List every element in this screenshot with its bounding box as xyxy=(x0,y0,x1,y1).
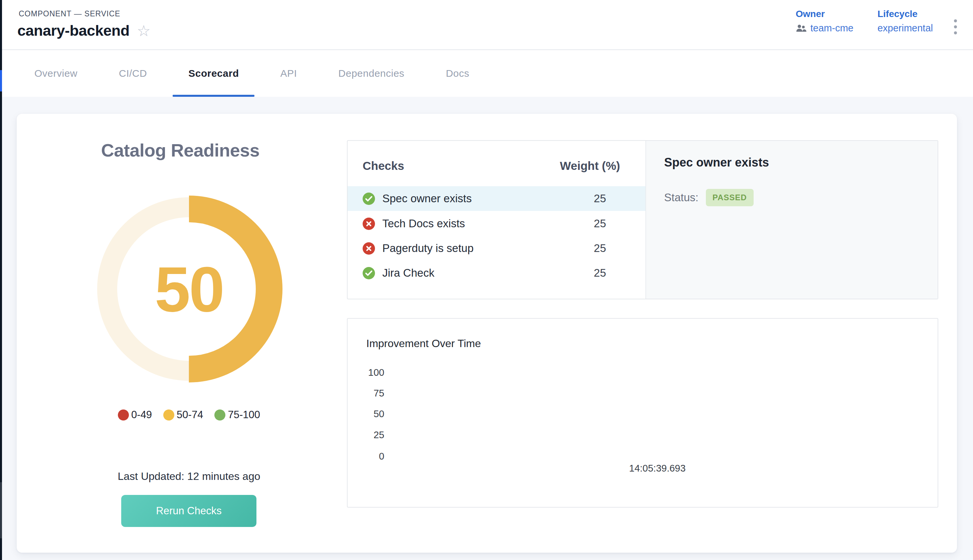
owner-value[interactable]: team-cme xyxy=(796,23,853,34)
y-axis-tick: 100 xyxy=(347,367,384,378)
legend-item-yellow: 50-74 xyxy=(163,409,203,421)
last-updated-text: Last Updated: 12 minutes ago xyxy=(17,470,361,483)
lifecycle-value: experimental xyxy=(878,23,933,34)
checks-table: Checks Weight (%) Spec owner exists 25 xyxy=(347,141,646,299)
sidebar-soft-segment xyxy=(0,482,2,538)
entity-tabs: Overview CI/CD Scorecard API Dependencie… xyxy=(2,50,973,97)
scorecard-page: COMPONENT — SERVICE canary-backend ☆ Own… xyxy=(0,0,973,560)
status-label: Status: xyxy=(664,191,699,204)
chart-title: Improvement Over Time xyxy=(366,337,481,350)
sidebar-active-indicator xyxy=(0,70,2,92)
gauge-section: Catalog Readiness 50 0-49 50-74 xyxy=(17,114,344,553)
checks-panel: Checks Weight (%) Spec owner exists 25 xyxy=(347,140,938,299)
check-row-pagerduty[interactable]: Pagerduty is setup 25 xyxy=(347,236,646,261)
sidebar-edge[interactable] xyxy=(0,0,2,560)
tab-dependencies[interactable]: Dependencies xyxy=(322,50,420,97)
tab-cicd[interactable]: CI/CD xyxy=(103,50,163,97)
y-axis-tick: 75 xyxy=(347,388,384,399)
check-detail-panel: Spec owner exists Status: PASSED xyxy=(646,141,938,299)
owner-block: Owner team-cme xyxy=(796,9,853,34)
people-icon xyxy=(796,24,807,32)
score-legend: 0-49 50-74 75-100 xyxy=(17,409,361,421)
more-options-kebab-icon[interactable] xyxy=(952,17,959,37)
owner-name[interactable]: team-cme xyxy=(810,23,853,34)
entity-meta: Owner team-cme Lifecycle experimen xyxy=(796,9,933,34)
checks-table-header: Checks Weight (%) xyxy=(347,154,646,178)
owner-label: Owner xyxy=(796,9,853,19)
lifecycle-block: Lifecycle experimental xyxy=(878,9,933,34)
legend-dot-green xyxy=(214,410,225,420)
x-circle-icon xyxy=(363,242,375,255)
check-circle-icon xyxy=(363,267,375,279)
rerun-checks-button[interactable]: Rerun Checks xyxy=(121,495,257,527)
legend-item-red: 0-49 xyxy=(118,409,152,421)
weight-column-header: Weight (%) xyxy=(533,159,646,173)
check-row-jira[interactable]: Jira Check 25 xyxy=(347,261,646,285)
scorecard-card: Catalog Readiness 50 0-49 50-74 xyxy=(17,114,957,553)
lifecycle-label: Lifecycle xyxy=(878,9,933,19)
page-title: canary-backend xyxy=(17,22,130,39)
legend-item-green: 75-100 xyxy=(214,409,260,421)
tab-scorecard[interactable]: Scorecard xyxy=(173,50,254,97)
gauge-score-value: 50 xyxy=(95,195,282,382)
check-row-tech-docs[interactable]: Tech Docs exists 25 xyxy=(347,211,646,236)
y-axis-tick: 25 xyxy=(347,430,384,440)
checks-column-header: Checks xyxy=(347,159,533,173)
check-row-spec-owner[interactable]: Spec owner exists 25 xyxy=(347,186,646,211)
legend-dot-red xyxy=(118,410,129,420)
tab-api[interactable]: API xyxy=(264,50,312,97)
check-detail-title: Spec owner exists xyxy=(664,155,769,170)
tab-overview[interactable]: Overview xyxy=(19,50,93,97)
tab-docs[interactable]: Docs xyxy=(430,50,485,97)
favorite-star-icon[interactable]: ☆ xyxy=(137,23,150,38)
status-badge: PASSED xyxy=(706,189,754,206)
legend-dot-yellow xyxy=(163,410,174,420)
x-circle-icon xyxy=(363,218,375,230)
x-axis-tick: 14:05:39.693 xyxy=(629,463,686,474)
score-gauge: 50 xyxy=(95,195,282,382)
gauge-title: Catalog Readiness xyxy=(17,140,344,160)
y-axis-tick: 0 xyxy=(347,451,384,462)
improvement-chart-panel: Improvement Over Time 100 75 50 25 0 14:… xyxy=(347,318,938,508)
y-axis-tick: 50 xyxy=(347,408,384,420)
check-circle-icon xyxy=(363,193,375,205)
entity-header: COMPONENT — SERVICE canary-backend ☆ Own… xyxy=(2,0,973,50)
breadcrumb: COMPONENT — SERVICE xyxy=(19,9,120,18)
